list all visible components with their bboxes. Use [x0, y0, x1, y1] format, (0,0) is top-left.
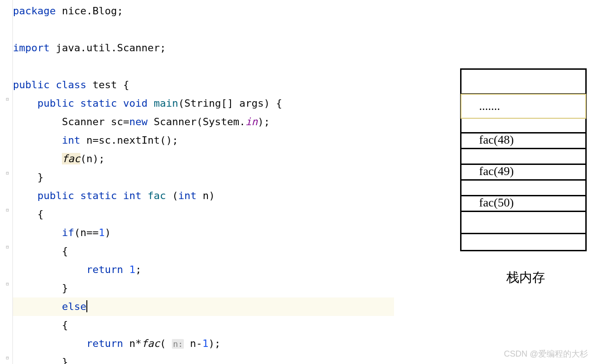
- code-text: (: [160, 338, 172, 349]
- stack-cell-empty: [461, 234, 585, 250]
- code-text: );: [208, 338, 221, 349]
- indent: [13, 282, 62, 294]
- keyword-int: int: [178, 190, 197, 201]
- code-text: }: [62, 356, 68, 364]
- stack-cell-empty: [461, 70, 585, 95]
- code-text: {: [62, 245, 68, 257]
- indent: [13, 319, 62, 331]
- code-text: [123, 264, 129, 275]
- keyword-return: return: [86, 264, 123, 275]
- code-line[interactable]: {: [13, 316, 595, 334]
- stack-box: ....... fac(48) fac(49) fac(50): [460, 68, 587, 251]
- stack-cell-dots: .......: [461, 94, 586, 119]
- code-text: test {: [86, 79, 129, 91]
- stack-cell: fac(49): [461, 165, 585, 181]
- stack-cell-empty: [461, 181, 585, 196]
- param-hint: n:: [172, 339, 184, 349]
- code-text: }: [62, 282, 68, 294]
- editor-gutter: ⊟ ⊟ ⊟ ⊟ ⊟ ⊟: [0, 0, 13, 364]
- fold-indicator[interactable]: ⊟: [5, 207, 10, 212]
- indent: [13, 338, 86, 349]
- number-literal: 1: [202, 338, 208, 349]
- text-cursor: [86, 300, 87, 312]
- method-fac: fac: [147, 190, 166, 201]
- number-literal: 1: [129, 264, 135, 275]
- keyword-int: int: [123, 190, 141, 201]
- method-main: main: [154, 97, 178, 109]
- method-call-fac: fac: [62, 153, 80, 164]
- number-literal: 1: [98, 227, 104, 238]
- indent: [13, 171, 37, 183]
- code-text: (n==: [74, 227, 98, 238]
- fold-indicator[interactable]: ⊟: [5, 244, 10, 249]
- indent: [13, 208, 37, 220]
- keyword-static: static: [80, 97, 117, 109]
- stack-label: 栈内存: [465, 269, 587, 286]
- fold-indicator[interactable]: ⊟: [5, 96, 10, 102]
- code-line[interactable]: import java.util.Scanner;: [13, 39, 595, 57]
- stack-cell: fac(50): [461, 196, 585, 212]
- keyword-static: static: [80, 190, 117, 201]
- keyword-return: return: [86, 338, 123, 349]
- code-text: java.util.Scanner;: [49, 42, 166, 54]
- code-text: n-: [184, 338, 202, 349]
- code-text: Scanner(System.: [147, 116, 245, 127]
- code-text: ): [105, 227, 111, 238]
- code-text: n): [196, 190, 215, 201]
- code-line[interactable]: package nice.Blog;: [13, 2, 595, 20]
- keyword-public: public: [37, 190, 74, 201]
- code-text: (: [166, 190, 178, 201]
- code-text: {: [62, 319, 68, 331]
- keyword-int: int: [62, 134, 80, 146]
- code-text: nice.Blog;: [56, 5, 123, 17]
- keyword-void: void: [123, 97, 147, 109]
- keyword-else: else: [62, 301, 86, 312]
- code-text: ;: [135, 264, 141, 275]
- keyword-public: public: [37, 97, 74, 109]
- indent: [13, 245, 62, 257]
- indent: [13, 116, 62, 127]
- indent: [13, 134, 62, 146]
- fold-indicator[interactable]: ⊟: [5, 170, 10, 176]
- indent: [13, 301, 62, 312]
- indent: [13, 264, 86, 275]
- watermark: CSDN @爱编程的大杉: [504, 348, 588, 359]
- keyword-new: new: [129, 116, 148, 127]
- stack-cell-empty: [461, 118, 585, 133]
- indent: [13, 227, 62, 238]
- method-call-fac: fac: [141, 338, 160, 349]
- keyword-package: package: [13, 5, 56, 17]
- fold-indicator[interactable]: ⊟: [5, 355, 10, 360]
- code-text: n*: [123, 338, 141, 349]
- keyword-import: import: [13, 42, 49, 54]
- indent: [13, 190, 37, 201]
- indent: [13, 153, 62, 164]
- field-in: in: [245, 116, 258, 127]
- code-text: );: [258, 116, 270, 127]
- indent: [13, 356, 62, 364]
- code-line-empty[interactable]: [13, 20, 595, 39]
- keyword-class: class: [56, 79, 86, 91]
- code-line-active[interactable]: else: [13, 297, 394, 316]
- code-text: }: [37, 171, 43, 183]
- fold-indicator[interactable]: ⊟: [5, 281, 10, 286]
- code-text: n=sc.nextInt();: [80, 134, 178, 146]
- indent: [13, 97, 37, 109]
- code-text: Scanner sc=: [62, 116, 129, 127]
- stack-cell: fac(48): [461, 133, 585, 149]
- code-text: {: [37, 208, 43, 220]
- stack-cell-empty: [461, 212, 585, 234]
- stack-diagram: ....... fac(48) fac(49) fac(50) 栈内存: [460, 68, 587, 286]
- code-text: (n);: [80, 153, 105, 164]
- keyword-public: public: [13, 79, 49, 91]
- keyword-if: if: [62, 227, 74, 238]
- code-text: [49, 79, 55, 91]
- stack-cell-empty: [461, 149, 585, 165]
- code-text: (String[] args) {: [178, 97, 282, 109]
